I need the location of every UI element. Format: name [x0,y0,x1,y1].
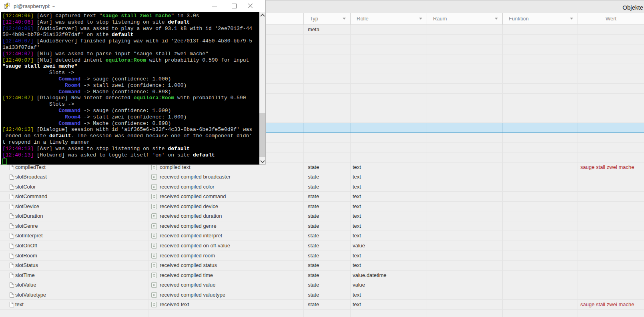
cell-typ: state [303,280,350,290]
cell-funktion [502,143,578,152]
state-object-icon [151,292,157,298]
cell-wert [578,290,644,300]
cell-funktion [502,280,578,290]
column-header-label: Rolle [357,16,369,22]
filter-dropdown-icon[interactable] [419,18,422,20]
cell-text: state [308,184,319,190]
table-row[interactable]: slotOnOffreceived compiled on off-values… [0,241,644,251]
cell-typ: state [303,172,350,182]
cell-typ: state [303,221,350,231]
minimize-button[interactable] [211,2,219,10]
table-row[interactable]: slotValuetypereceived compiled valuetype… [0,290,644,300]
cell-typ: state [303,300,350,309]
table-row[interactable]: slotCommandreceived compiled commandstat… [0,192,644,202]
cell-text: slotGenre [15,223,38,229]
cell-raum [427,261,502,270]
cell-raum [427,172,502,182]
scroll-down-button[interactable] [259,158,265,165]
table-row[interactable]: slotGenrereceived compiled genrestatetex… [0,221,644,231]
table-row[interactable]: textreceived textstatetextsauge stall zw… [0,300,644,310]
cell-text: state [308,301,319,307]
document-icon [10,243,14,249]
cell-rolle: text [350,172,427,182]
document-icon [10,292,14,298]
cell-raum [427,202,502,211]
cell-typ: state [303,163,350,172]
table-row[interactable]: slotColorreceived compiled colorstatetex… [0,182,644,192]
cell-text: text [353,253,361,259]
cell-funktion [502,74,578,84]
cell-typ: state [303,211,350,221]
cell-rolle [350,113,427,123]
cell-rolle [350,310,427,317]
table-row[interactable]: slotRoomreceived compiled roomstatetext [0,251,644,261]
cell-text: slotCommand [15,193,47,199]
cell-rolle [350,133,427,142]
filter-dropdown-icon[interactable] [343,18,346,20]
state-object-icon [151,282,157,288]
window-title: pi@raspberrypi: ~ [14,3,55,9]
cell-typ [303,103,350,113]
table-row[interactable]: slotInterpretreceived compiled interpret… [0,231,644,241]
state-object-icon [151,253,157,259]
cell-wert [578,143,644,152]
column-header-label: Raum [433,16,447,22]
cell-name: slotTime [0,271,148,280]
cell-text: received compiled broadcaster [160,174,231,180]
close-button[interactable] [247,2,255,10]
cell-funktion [502,123,578,132]
cell-wert [578,202,644,211]
cell-raum [427,74,502,84]
table-row[interactable]: slotDurationreceived compiled durationst… [0,211,644,221]
filter-dropdown-icon[interactable] [495,18,498,20]
cell-text: text [353,223,361,229]
cell-text: text [353,164,361,170]
state-object-icon [151,213,157,219]
cell-raum [427,84,502,93]
column-header-rolle[interactable]: Rolle [350,13,427,24]
table-row[interactable]: slotTimereceived compiled timestatevalue… [0,271,644,281]
column-header-label: Typ [310,16,318,22]
cell-text: text [353,184,361,190]
cell-rolle: text [350,202,427,211]
cell-rolle [350,74,427,84]
cell-funktion [502,64,578,74]
cell-wert [578,192,644,201]
cell-wert [578,103,644,113]
cell-wert [578,74,644,84]
cell-funktion [502,261,578,270]
table-row[interactable]: slotStatusreceived compiled statusstatet… [0,261,644,271]
cell-text: slotTime [15,272,35,278]
column-header-funktion[interactable]: Funktion [502,13,578,24]
cell-raum [427,133,502,142]
terminal-scrollbar[interactable] [259,12,265,165]
cell-raum [427,241,502,251]
cell-text: slotDevice [15,203,39,209]
chevron-down-icon [260,158,265,163]
column-header-raum[interactable]: Raum [427,13,502,24]
table-row[interactable]: slotValuereceived compiled valuestateval… [0,280,644,290]
filter-dropdown-icon[interactable] [570,18,573,20]
maximize-button[interactable] [230,2,238,10]
cell-raum [427,271,502,280]
cell-funktion [502,133,578,142]
cell-typ: meta [303,25,350,34]
cell-desc: received compiled status [148,261,303,270]
scrollbar-thumb[interactable] [259,113,265,157]
scroll-up-button[interactable] [259,12,265,18]
cell-typ [303,94,350,103]
table-row[interactable]: slotDevicereceived compiled devicestatet… [0,202,644,212]
cell-typ [303,35,350,44]
table-row[interactable]: slotBroadcastreceived compiled broadcast… [0,172,644,182]
cell-typ [303,84,350,93]
table-row[interactable] [0,310,644,317]
cell-wert [578,44,644,54]
column-header-wert[interactable]: Wert [578,13,644,24]
column-header-typ[interactable]: Typ [303,13,350,24]
cell-rolle: text [350,261,427,270]
cell-funktion [502,182,578,192]
terminal-titlebar[interactable]: pi@raspberrypi: ~ [0,0,265,12]
terminal-output: [12:40:06] [Asr] captured text "sauge st… [2,13,252,158]
cell-text: slotOnOff [15,243,37,249]
cell-wert [578,182,644,192]
